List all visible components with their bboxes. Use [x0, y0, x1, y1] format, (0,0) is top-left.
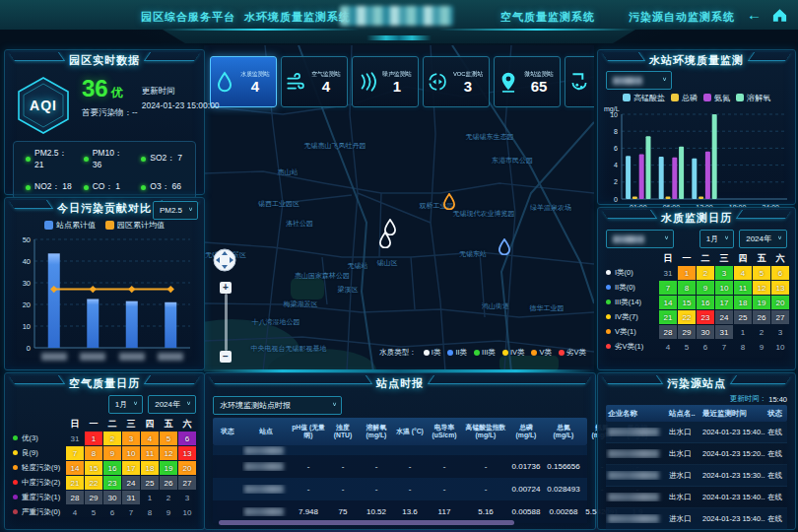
calendar-day[interactable]: 26 [160, 476, 177, 490]
nav-item-water-system[interactable]: 水环境质量监测系统 [244, 10, 351, 25]
chart-legend-item[interactable]: 总磷 [671, 93, 698, 103]
calendar-day[interactable]: 8 [734, 340, 752, 354]
zoom-in-button[interactable]: + [220, 282, 232, 294]
calendar-day[interactable]: 1 [734, 325, 752, 339]
pollutant-select[interactable]: PM2.5 [153, 201, 198, 220]
calendar-day[interactable]: 20 [771, 296, 789, 309]
calendar-day[interactable]: 25 [141, 476, 159, 490]
calendar-day[interactable]: 8 [141, 505, 159, 519]
calendar-day[interactable]: 22 [85, 476, 102, 490]
calendar-day[interactable]: 10 [178, 505, 196, 519]
calendar-day[interactable]: 3 [771, 325, 789, 339]
calendar-day[interactable]: 31 [66, 432, 84, 445]
station-button-voc-gauge[interactable]: VOC监测站3 [423, 56, 490, 107]
nav-item-pollution-system[interactable]: 污染源自动监测系统 [629, 10, 735, 25]
home-icon[interactable] [771, 7, 788, 24]
calendar-day[interactable]: 4 [734, 266, 752, 280]
calendar-day[interactable]: 9 [160, 505, 177, 519]
calendar-day[interactable]: 27 [771, 310, 789, 324]
report-type-select[interactable]: 水环境监测站点时报 [213, 396, 342, 415]
calendar-day[interactable]: 7 [66, 446, 84, 460]
chart-legend-item[interactable]: 氨氮 [703, 93, 730, 103]
map-compass-control[interactable] [212, 247, 237, 273]
calendar-day[interactable]: 8 [85, 446, 102, 460]
calendar-day[interactable]: 6 [178, 432, 196, 445]
table-row[interactable]: 进水口2024-01-23 15:40...在线 [606, 508, 787, 530]
table-row[interactable]: ------0.017360.156656-- [213, 455, 587, 478]
chart-legend-item[interactable]: 溶解氧 [736, 93, 770, 103]
calendar-day[interactable]: 25 [734, 310, 752, 324]
calendar-day[interactable]: 18 [141, 461, 159, 475]
table-row[interactable] [213, 445, 587, 455]
calendar-day[interactable]: 4 [141, 432, 159, 445]
station-select[interactable] [606, 71, 672, 90]
calendar-day[interactable]: 3 [178, 491, 196, 504]
calendar-day[interactable]: 2 [103, 432, 121, 445]
calendar-day[interactable]: 5 [753, 266, 770, 280]
station-select[interactable] [606, 230, 674, 248]
year-select[interactable]: 2024年 [148, 395, 196, 414]
calendar-day[interactable]: 2 [753, 325, 770, 339]
calendar-day[interactable]: 5 [85, 505, 102, 519]
calendar-day[interactable]: 19 [753, 296, 770, 309]
calendar-day[interactable]: 10 [122, 446, 140, 460]
calendar-day[interactable]: 12 [753, 281, 770, 295]
calendar-day[interactable]: 28 [66, 491, 84, 504]
calendar-day[interactable]: 15 [678, 296, 696, 309]
calendar-day[interactable]: 15 [85, 461, 102, 475]
calendar-day[interactable]: 30 [103, 491, 121, 504]
calendar-day[interactable]: 24 [122, 476, 140, 490]
calendar-day[interactable]: 7 [122, 505, 140, 519]
nav-item-air-system[interactable]: 空气质量监测系统 [500, 10, 595, 25]
calendar-day[interactable]: 1 [678, 266, 696, 280]
zoom-slider[interactable] [225, 294, 228, 351]
table-row[interactable]: 出水口2024-01-23 15:20...在线 [606, 443, 787, 465]
calendar-day[interactable]: 19 [160, 461, 177, 475]
calendar-day[interactable]: 17 [122, 461, 140, 475]
calendar-day[interactable]: 30 [697, 325, 714, 339]
calendar-day[interactable]: 7 [659, 281, 677, 295]
calendar-day[interactable]: 9 [753, 340, 770, 354]
station-button-factory-discharge[interactable]: 污染源监测6 [565, 56, 594, 107]
calendar-day[interactable]: 10 [715, 281, 733, 295]
calendar-day[interactable]: 3 [122, 432, 140, 445]
calendar-day[interactable]: 12 [160, 446, 177, 460]
calendar-day[interactable]: 10 [771, 340, 789, 354]
horizontal-scrollbar[interactable] [219, 520, 514, 525]
water-station-marker[interactable] [499, 238, 511, 259]
calendar-day[interactable]: 31 [659, 266, 677, 280]
calendar-day[interactable]: 18 [734, 296, 752, 309]
calendar-day[interactable]: 21 [659, 310, 677, 324]
calendar-day[interactable]: 31 [122, 491, 140, 504]
station-button-location-pin[interactable]: 微站监测站65 [494, 56, 561, 107]
calendar-day[interactable]: 16 [697, 296, 714, 309]
calendar-day[interactable]: 1 [85, 432, 102, 445]
calendar-day[interactable]: 14 [659, 296, 677, 309]
month-select[interactable]: 1月 [108, 395, 143, 414]
calendar-day[interactable]: 22 [678, 310, 696, 324]
calendar-day[interactable]: 6 [697, 340, 714, 354]
calendar-day[interactable]: 16 [103, 461, 121, 475]
calendar-day[interactable]: 6 [771, 266, 789, 280]
calendar-day[interactable]: 8 [678, 281, 696, 295]
table-row[interactable]: 出水口2024-01-23 15:40...在线 [606, 487, 787, 508]
month-select[interactable]: 1月 [699, 230, 734, 248]
calendar-day[interactable]: 9 [697, 281, 714, 295]
back-arrow-icon[interactable]: ← [747, 6, 762, 24]
calendar-day[interactable]: 3 [715, 266, 733, 280]
water-station-marker[interactable] [443, 193, 456, 214]
nav-item-park-platform[interactable]: 园区综合服务平台 [141, 10, 235, 25]
calendar-day[interactable]: 14 [66, 461, 84, 475]
calendar-day[interactable]: 29 [85, 491, 102, 504]
chart-legend-item[interactable]: 高锰酸盐 [623, 93, 665, 103]
calendar-day[interactable]: 11 [734, 281, 752, 295]
table-row[interactable]: 进水口2024-01-23 15:30...在线 [606, 465, 787, 487]
calendar-day[interactable]: 11 [141, 446, 159, 460]
city-map[interactable]: 无锡惠山飞凤牡丹园无锡锡东生态园东港市民公园惠山站锡西工业园区洛社公园双桥工业园… [204, 45, 594, 371]
calendar-day[interactable]: 4 [659, 340, 677, 354]
calendar-day[interactable]: 20 [178, 461, 196, 475]
calendar-day[interactable]: 28 [659, 325, 677, 339]
calendar-day[interactable]: 9 [103, 446, 121, 460]
calendar-day[interactable]: 21 [66, 476, 84, 490]
calendar-day[interactable]: 27 [178, 476, 196, 490]
